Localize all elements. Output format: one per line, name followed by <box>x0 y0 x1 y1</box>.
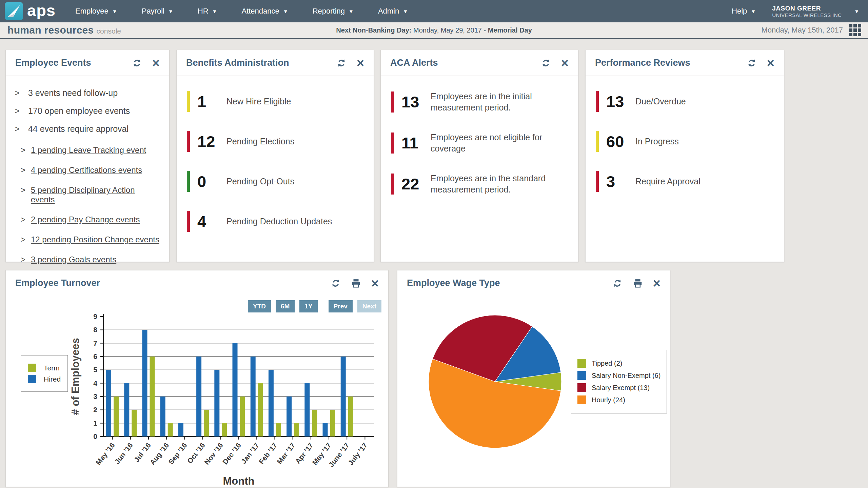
refresh-icon[interactable] <box>541 58 551 68</box>
paper-plane-icon <box>5 2 23 20</box>
range-button-6m[interactable]: 6M <box>276 300 295 312</box>
legend-swatch <box>577 395 586 404</box>
menu-hr[interactable]: HR▼ <box>198 7 217 16</box>
event-summary-text: 44 events require approval <box>28 124 129 134</box>
event-link[interactable]: 2 pending Pay Change events <box>31 215 140 224</box>
stat-row: 0Pending Opt-Outs <box>187 171 374 192</box>
event-summary-item[interactable]: >3 events need follow-up <box>15 88 160 98</box>
close-icon[interactable]: × <box>653 278 660 288</box>
legend-item: Salary Exempt (13) <box>577 383 660 392</box>
employee-wage-type-panel: Employee Wage Type × Tipped (2)Salary No… <box>397 270 670 487</box>
menu-label: Employee <box>75 7 108 16</box>
close-icon[interactable]: × <box>561 58 569 68</box>
menu-label: Attendance <box>241 7 279 16</box>
stat-label: In Progress <box>635 136 679 147</box>
close-icon[interactable]: × <box>152 58 160 68</box>
stat-accent-bar <box>187 131 190 152</box>
range-button-1y[interactable]: 1Y <box>299 300 317 312</box>
bar-term <box>222 423 227 436</box>
menu-payroll[interactable]: Payroll▼ <box>142 7 173 16</box>
event-link[interactable]: 4 pending Certifications events <box>31 165 142 175</box>
stat-accent-bar <box>391 133 394 154</box>
apps-grid-icon[interactable] <box>849 24 861 36</box>
bar-hired <box>214 370 219 436</box>
bar-hired <box>142 330 147 436</box>
stat-accent-bar <box>187 171 190 192</box>
y-tick-label: 0 <box>93 432 97 440</box>
legend-swatch <box>28 364 36 372</box>
menu-employee[interactable]: Employee▼ <box>75 7 117 16</box>
close-icon[interactable]: × <box>767 58 774 68</box>
refresh-icon[interactable] <box>747 58 757 68</box>
bar-hired <box>233 343 238 436</box>
bar-chart-legend: TermHired <box>21 355 68 392</box>
x-tick-label: Aug ’16 <box>149 441 171 466</box>
legend-label: Salary Non-Exempt (6) <box>592 372 660 380</box>
bar-term <box>276 423 281 436</box>
close-icon[interactable]: × <box>371 278 379 288</box>
event-link[interactable]: 3 pending Goals events <box>31 255 116 264</box>
legend-item-term: Term <box>28 364 61 372</box>
help-menu[interactable]: Help ▼ <box>732 7 756 16</box>
stat-row: 3Require Approval <box>596 171 784 192</box>
print-icon[interactable] <box>633 278 643 288</box>
event-summary-text: 170 open employee events <box>28 106 130 116</box>
stat-accent-bar <box>187 211 190 232</box>
page-subtitle: console <box>97 27 121 35</box>
user-menu[interactable]: JASON GREER UNIVERSAL WIRELESS INC ▼ <box>772 5 859 18</box>
bar-term <box>258 383 263 436</box>
refresh-icon[interactable] <box>132 58 142 68</box>
stat-accent-bar <box>596 131 599 152</box>
print-icon[interactable] <box>351 278 361 288</box>
event-summary-item[interactable]: >170 open employee events <box>15 106 160 116</box>
stat-value: 4 <box>197 212 226 231</box>
menu-attendance[interactable]: Attendance▼ <box>241 7 288 16</box>
x-tick-label: Mar ’17 <box>275 441 297 465</box>
chart-range-buttons: YTD6M1YPrevNext <box>243 300 381 312</box>
bar-hired <box>178 423 183 436</box>
help-label: Help <box>732 7 747 16</box>
chevron-right-icon: > <box>21 165 31 175</box>
x-tick-label: Jun ’16 <box>113 441 134 465</box>
navbar-right: Help ▼ JASON GREER UNIVERSAL WIRELESS IN… <box>732 5 859 18</box>
legend-item: Salary Non-Exempt (6) <box>577 371 660 380</box>
bar-hired <box>341 357 346 436</box>
stat-value: 0 <box>197 172 226 191</box>
bar-term <box>114 396 119 436</box>
event-link[interactable]: 5 pending Disciplinary Action events <box>31 185 160 204</box>
stat-accent-bar <box>187 91 190 112</box>
current-date: Monday, May 15th, 2017 <box>761 26 843 35</box>
range-button-ytd[interactable]: YTD <box>248 300 271 312</box>
menu-admin[interactable]: Admin▼ <box>378 7 408 16</box>
prev-button[interactable]: Prev <box>329 300 353 312</box>
refresh-icon[interactable] <box>336 58 347 68</box>
legend-label: Hired <box>44 375 61 383</box>
aps-logo[interactable]: aps <box>5 2 56 20</box>
menu-reporting[interactable]: Reporting▼ <box>313 7 354 16</box>
close-icon[interactable]: × <box>357 58 364 68</box>
stat-label: Pending Elections <box>226 136 294 147</box>
bar-term <box>294 423 299 436</box>
stat-label: Pending Deduction Updates <box>226 216 332 227</box>
panel-title: Performance Reviews <box>595 58 690 68</box>
chevron-right-icon: > <box>21 255 31 264</box>
stat-label: Pending Opt-Outs <box>226 176 294 187</box>
bar-hired <box>196 357 201 436</box>
x-tick-label: Sep ’16 <box>167 441 188 466</box>
bar-term <box>330 410 335 436</box>
chevron-down-icon: ▼ <box>283 8 288 14</box>
stat-accent-bar <box>596 171 599 192</box>
event-link[interactable]: 12 pending Position Change events <box>31 235 159 244</box>
event-summary-item[interactable]: >44 events require approval <box>15 124 160 134</box>
event-link[interactable]: 1 pending Leave Tracking event <box>31 145 146 155</box>
event-link-item: >2 pending Pay Change events <box>21 215 160 224</box>
bar-hired <box>304 383 310 436</box>
hr-dashboard: aps Employee▼Payroll▼HR▼Attendance▼Repor… <box>0 0 868 488</box>
y-tick-label: 7 <box>93 339 97 347</box>
stat-value: 3 <box>606 172 635 191</box>
refresh-icon[interactable] <box>612 278 623 288</box>
chevron-right-icon: > <box>21 235 31 244</box>
employee-events-panel: Employee Events × >3 events need follow-… <box>5 50 170 262</box>
y-tick-label: 1 <box>93 419 97 427</box>
refresh-icon[interactable] <box>331 278 341 288</box>
